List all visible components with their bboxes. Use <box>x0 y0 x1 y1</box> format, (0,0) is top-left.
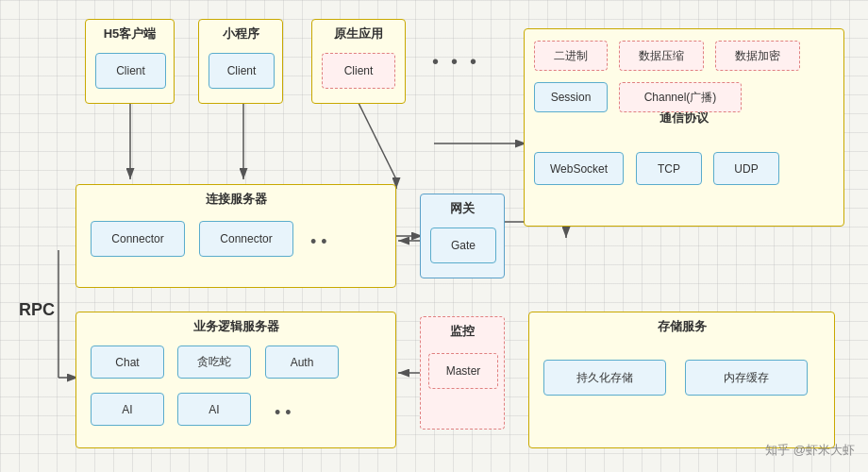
svg-text:•: • <box>432 51 439 72</box>
business-server-box: 业务逻辑服务器 Chat 贪吃蛇 Auth AI AI • • <box>75 312 396 448</box>
chat-box: Chat <box>91 346 164 379</box>
storage-title: 存储服务 <box>529 318 834 335</box>
h5-client-box: H5客户端 Client <box>85 19 175 104</box>
gate-inner: Gate <box>430 228 496 263</box>
snake-box: 贪吃蛇 <box>177 346 251 379</box>
protocol-binary: 二进制 <box>534 41 608 71</box>
protocol-channel: Channel(广播) <box>619 82 742 112</box>
miniapp-title: 小程序 <box>199 25 282 42</box>
svg-text:•: • <box>451 51 458 72</box>
business-server-title: 业务逻辑服务器 <box>76 318 395 335</box>
rpc-label: RPC <box>19 300 55 320</box>
protocol-compress: 数据压缩 <box>619 41 704 71</box>
gateway-box: 网关 Gate <box>420 194 505 278</box>
native-box: 原生应用 Client <box>311 19 406 104</box>
svg-text:•: • <box>470 51 476 72</box>
ai2-box: AI <box>177 393 251 426</box>
protocol-session: Session <box>534 82 608 112</box>
protocol-tcp: TCP <box>636 152 702 185</box>
storage-box: 存储服务 持久化存储 内存缓存 <box>528 312 835 448</box>
memory-cache: 内存缓存 <box>685 360 808 396</box>
native-inner: Client <box>322 53 395 89</box>
monitor-title: 监控 <box>421 323 504 340</box>
persistent-storage: 持久化存储 <box>543 360 666 396</box>
h5-client-inner: Client <box>95 53 166 89</box>
watermark: 知乎 @虾米大虾 <box>765 442 855 459</box>
business-dots: • • <box>275 403 292 423</box>
connector1: Connector <box>91 221 185 257</box>
miniapp-inner: Client <box>209 53 275 89</box>
native-title: 原生应用 <box>312 25 405 42</box>
connector-server-box: 连接服务器 Connector Connector • • <box>75 184 396 288</box>
connector2: Connector <box>199 221 293 257</box>
gateway-title: 网关 <box>421 200 504 217</box>
ai1-box: AI <box>91 393 164 426</box>
monitor-box: 监控 Master <box>420 316 505 430</box>
auth-box: Auth <box>265 346 339 379</box>
connector-dots: • • <box>310 232 327 252</box>
master-inner: Master <box>428 353 498 389</box>
connector-server-title: 连接服务器 <box>76 191 395 208</box>
protocol-encrypt: 数据加密 <box>715 41 800 71</box>
diagram: • • • H5客户端 Client 小程序 Client 原生应用 Clien… <box>0 0 868 472</box>
miniapp-box: 小程序 Client <box>198 19 283 104</box>
protocol-websocket: WebSocket <box>534 152 624 185</box>
h5-client-title: H5客户端 <box>86 25 174 42</box>
svg-line-4 <box>357 99 396 179</box>
protocol-box: 通信协议 二进制 数据压缩 数据加密 Session Channel(广播) W… <box>524 28 844 227</box>
protocol-udp: UDP <box>713 152 779 185</box>
